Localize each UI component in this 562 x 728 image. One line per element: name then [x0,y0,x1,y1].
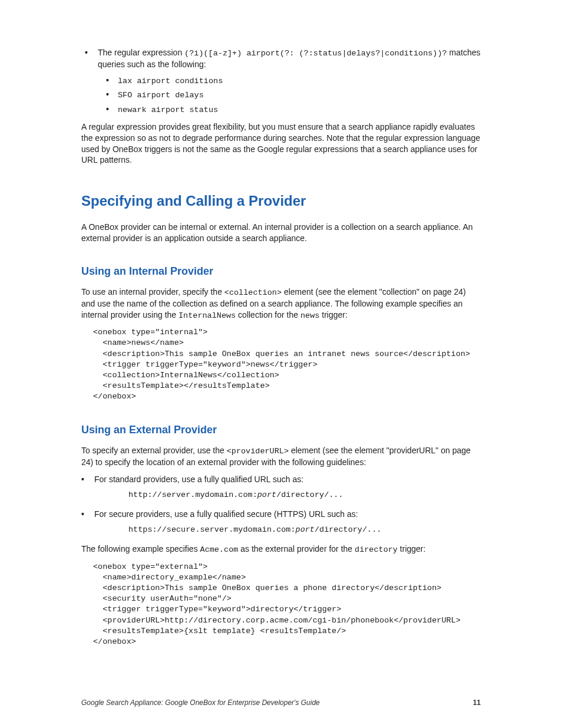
regex-paragraph: A regular expression provides great flex… [81,121,481,166]
example-code: newark airport status [118,106,218,114]
external-code-block: <onebox type="external"> <name>directory… [93,562,481,648]
url-port-placeholder: port [296,525,315,534]
section-heading-provider: Specifying and Calling a Provider [81,192,481,210]
url-pre: https://secure.server.mydomain.com: [128,525,296,534]
code-internalnews: InternalNews [178,311,236,320]
bullet-lead-text: The regular expression [98,48,184,57]
regex-bullet-item: The regular expression (?i)([a-z]+) airp… [81,47,481,116]
url-port-placeholder: port [257,490,276,499]
external-bullet-item: For secure providers, use a fully qualif… [78,509,481,535]
external-example-paragraph: The following example specifies Acme.com… [81,543,481,555]
text-span: collection for the [236,310,300,319]
footer-doc-title: Google Search Appliance: Google OneBox f… [81,699,320,707]
code-news: news [300,311,319,320]
code-collection-element: <collection> [224,288,282,297]
url-example: https://secure.server.mydomain.com:port/… [128,525,481,535]
example-code: SFO airport delays [118,91,204,100]
code-providerurl-element: <providerURL> [227,447,289,456]
external-bullet-list: For standard providers, use a fully qual… [78,474,481,535]
url-post: /directory/... [276,490,343,499]
external-provider-paragraph: To specify an external provider, use the… [81,445,481,468]
external-bullet-item: For standard providers, use a fully qual… [78,474,481,500]
text-span: To use an internal provider, specify the [81,287,224,297]
text-span: The following example specifies [81,544,200,554]
text-span: trigger: [398,544,425,554]
subheading-external-provider: Using an External Provider [81,423,481,437]
regex-examples-list: lax airport conditions SFO airport delay… [98,75,481,116]
page-footer: Google Search Appliance: Google OneBox f… [81,699,481,707]
text-span: trigger: [319,310,347,319]
text-span: To specify an external provider, use the [81,446,227,455]
footer-page-number: 11 [473,699,481,707]
text-span: as the external provider for the [238,544,355,554]
example-item: SFO airport delays [98,89,481,101]
internal-code-block: <onebox type="internal"> <name>news</nam… [93,327,481,403]
regex-bullet-list: The regular expression (?i)([a-z]+) airp… [81,47,481,116]
example-item: newark airport status [98,104,481,116]
provider-intro-paragraph: A OneBox provider can be internal or ext… [81,222,481,244]
subheading-internal-provider: Using an Internal Provider [81,264,481,278]
regex-code: (?i)([a-z]+) airport(?: (?:status|delays… [184,49,447,58]
bullet-text: For standard providers, use a fully qual… [94,475,303,484]
url-pre: http://server.mydomain.com: [128,490,257,499]
url-post: /directory/... [315,525,381,534]
example-code: lax airport conditions [118,77,223,85]
example-item: lax airport conditions [98,75,481,87]
internal-provider-paragraph: To use an internal provider, specify the… [81,286,481,321]
url-example: http://server.mydomain.com:port/director… [128,490,481,500]
code-directory: directory [355,545,398,554]
code-acme: Acme.com [200,545,239,554]
bullet-text: For secure providers, use a fully qualif… [94,509,358,519]
